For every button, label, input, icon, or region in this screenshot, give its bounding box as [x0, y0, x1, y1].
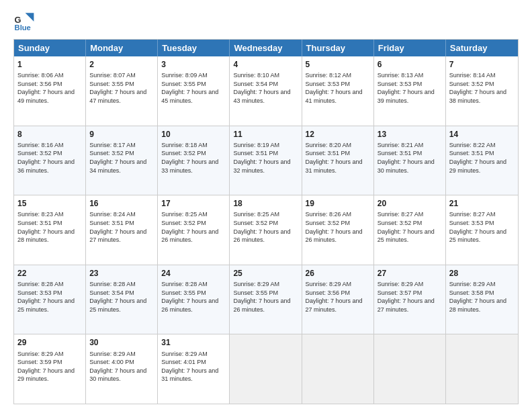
day-number: 19: [306, 198, 370, 209]
calendar-day-8: 8Sunrise: 8:16 AMSunset: 3:52 PMDaylight…: [14, 126, 86, 195]
day-info: Sunrise: 8:28 AMSunset: 3:53 PMDaylight:…: [17, 280, 82, 314]
calendar-page: G Blue SundayMondayTuesdayWednesdayThurs…: [0, 0, 532, 411]
day-info: Sunrise: 8:22 AMSunset: 3:51 PMDaylight:…: [449, 141, 515, 175]
calendar-day-23: 23Sunrise: 8:28 AMSunset: 3:54 PMDayligh…: [86, 265, 158, 334]
calendar-day-7: 7Sunrise: 8:14 AMSunset: 3:52 PMDaylight…: [446, 56, 518, 126]
day-number: 1: [17, 59, 82, 70]
day-number: 14: [449, 129, 515, 140]
calendar-day-20: 20Sunrise: 8:27 AMSunset: 3:52 PMDayligh…: [374, 195, 446, 265]
weekday-header-friday: Friday: [374, 40, 446, 56]
day-number: 10: [161, 129, 226, 140]
day-number: 5: [306, 59, 370, 70]
day-number: 13: [378, 129, 442, 140]
day-number: 23: [89, 268, 154, 279]
calendar-row-2: 8Sunrise: 8:16 AMSunset: 3:52 PMDaylight…: [14, 126, 518, 196]
day-info: Sunrise: 8:29 AMSunset: 3:59 PMDaylight:…: [17, 350, 82, 383]
day-number: 4: [233, 59, 298, 70]
calendar-header: SundayMondayTuesdayWednesdayThursdayFrid…: [14, 40, 518, 56]
calendar-day-19: 19Sunrise: 8:26 AMSunset: 3:52 PMDayligh…: [302, 195, 374, 265]
calendar-day-29: 29Sunrise: 8:29 AMSunset: 3:59 PMDayligh…: [14, 334, 86, 404]
day-info: Sunrise: 8:29 AMSunset: 3:56 PMDaylight:…: [306, 280, 370, 314]
calendar: SundayMondayTuesdayWednesdayThursdayFrid…: [13, 39, 519, 404]
day-number: 8: [17, 129, 82, 140]
weekday-header-monday: Monday: [86, 40, 158, 56]
calendar-day-1: 1Sunrise: 8:06 AMSunset: 3:56 PMDaylight…: [14, 56, 86, 126]
day-info: Sunrise: 8:29 AMSunset: 3:55 PMDaylight:…: [233, 280, 298, 314]
calendar-empty-cell: [230, 334, 302, 404]
weekday-header-thursday: Thursday: [302, 40, 374, 56]
calendar-day-16: 16Sunrise: 8:24 AMSunset: 3:51 PMDayligh…: [86, 195, 158, 265]
calendar-day-12: 12Sunrise: 8:20 AMSunset: 3:51 PMDayligh…: [302, 126, 374, 195]
day-number: 26: [306, 268, 370, 279]
day-info: Sunrise: 8:09 AMSunset: 3:55 PMDaylight:…: [161, 71, 226, 105]
day-number: 12: [306, 129, 370, 140]
day-info: Sunrise: 8:29 AMSunset: 3:58 PMDaylight:…: [449, 280, 515, 314]
weekday-header-saturday: Saturday: [446, 40, 518, 56]
calendar-day-13: 13Sunrise: 8:21 AMSunset: 3:51 PMDayligh…: [374, 126, 446, 195]
weekday-header-sunday: Sunday: [14, 40, 86, 56]
day-info: Sunrise: 8:07 AMSunset: 3:55 PMDaylight:…: [89, 71, 154, 105]
day-info: Sunrise: 8:26 AMSunset: 3:52 PMDaylight:…: [306, 210, 370, 244]
day-info: Sunrise: 8:16 AMSunset: 3:52 PMDaylight:…: [17, 141, 82, 175]
calendar-day-9: 9Sunrise: 8:17 AMSunset: 3:52 PMDaylight…: [86, 126, 158, 195]
day-info: Sunrise: 8:14 AMSunset: 3:52 PMDaylight:…: [449, 71, 515, 105]
day-number: 30: [89, 337, 154, 348]
day-number: 2: [89, 59, 154, 70]
day-info: Sunrise: 8:17 AMSunset: 3:52 PMDaylight:…: [89, 141, 154, 175]
logo: G Blue: [13, 11, 38, 32]
calendar-day-14: 14Sunrise: 8:22 AMSunset: 3:51 PMDayligh…: [446, 126, 518, 195]
day-number: 27: [378, 268, 442, 279]
calendar-day-3: 3Sunrise: 8:09 AMSunset: 3:55 PMDaylight…: [158, 56, 230, 126]
calendar-day-22: 22Sunrise: 8:28 AMSunset: 3:53 PMDayligh…: [14, 265, 86, 334]
calendar-day-6: 6Sunrise: 8:13 AMSunset: 3:53 PMDaylight…: [374, 56, 446, 126]
calendar-day-28: 28Sunrise: 8:29 AMSunset: 3:58 PMDayligh…: [446, 265, 518, 334]
calendar-day-18: 18Sunrise: 8:25 AMSunset: 3:52 PMDayligh…: [230, 195, 302, 265]
day-number: 16: [89, 198, 154, 209]
calendar-day-21: 21Sunrise: 8:27 AMSunset: 3:53 PMDayligh…: [446, 195, 518, 265]
calendar-day-5: 5Sunrise: 8:12 AMSunset: 3:53 PMDaylight…: [302, 56, 374, 126]
day-info: Sunrise: 8:29 AMSunset: 3:57 PMDaylight:…: [378, 280, 442, 314]
calendar-day-10: 10Sunrise: 8:18 AMSunset: 3:52 PMDayligh…: [158, 126, 230, 195]
day-number: 18: [233, 198, 298, 209]
calendar-day-26: 26Sunrise: 8:29 AMSunset: 3:56 PMDayligh…: [302, 265, 374, 334]
calendar-empty-cell: [302, 334, 374, 404]
calendar-day-4: 4Sunrise: 8:10 AMSunset: 3:54 PMDaylight…: [230, 56, 302, 126]
day-number: 31: [161, 337, 226, 348]
day-info: Sunrise: 8:25 AMSunset: 3:52 PMDaylight:…: [161, 210, 226, 244]
day-number: 15: [17, 198, 82, 209]
day-info: Sunrise: 8:13 AMSunset: 3:53 PMDaylight:…: [378, 71, 442, 105]
calendar-day-17: 17Sunrise: 8:25 AMSunset: 3:52 PMDayligh…: [158, 195, 230, 265]
day-number: 7: [449, 59, 515, 70]
header: G Blue: [13, 11, 519, 32]
calendar-day-24: 24Sunrise: 8:28 AMSunset: 3:55 PMDayligh…: [158, 265, 230, 334]
day-info: Sunrise: 8:27 AMSunset: 3:52 PMDaylight:…: [378, 210, 442, 244]
weekday-header-tuesday: Tuesday: [158, 40, 230, 56]
day-info: Sunrise: 8:21 AMSunset: 3:51 PMDaylight:…: [378, 141, 442, 175]
day-info: Sunrise: 8:28 AMSunset: 3:54 PMDaylight:…: [89, 280, 154, 314]
day-number: 9: [89, 129, 154, 140]
day-info: Sunrise: 8:18 AMSunset: 3:52 PMDaylight:…: [161, 141, 226, 175]
day-number: 28: [449, 268, 515, 279]
svg-text:Blue: Blue: [15, 24, 31, 32]
calendar-day-15: 15Sunrise: 8:23 AMSunset: 3:51 PMDayligh…: [14, 195, 86, 265]
logo-icon: G Blue: [13, 11, 35, 32]
day-info: Sunrise: 8:24 AMSunset: 3:51 PMDaylight:…: [89, 210, 154, 244]
day-number: 20: [378, 198, 442, 209]
day-number: 17: [161, 198, 226, 209]
day-info: Sunrise: 8:25 AMSunset: 3:52 PMDaylight:…: [233, 210, 298, 244]
day-number: 25: [233, 268, 298, 279]
day-info: Sunrise: 8:23 AMSunset: 3:51 PMDaylight:…: [17, 210, 82, 244]
day-number: 11: [233, 129, 298, 140]
calendar-day-11: 11Sunrise: 8:19 AMSunset: 3:51 PMDayligh…: [230, 126, 302, 195]
day-info: Sunrise: 8:27 AMSunset: 3:53 PMDaylight:…: [449, 210, 515, 244]
day-number: 29: [17, 337, 82, 348]
day-number: 3: [161, 59, 226, 70]
calendar-empty-cell: [446, 334, 518, 404]
day-info: Sunrise: 8:29 AMSunset: 4:00 PMDaylight:…: [89, 350, 154, 383]
calendar-row-1: 1Sunrise: 8:06 AMSunset: 3:56 PMDaylight…: [14, 56, 518, 126]
day-number: 21: [449, 198, 515, 209]
day-number: 6: [378, 59, 442, 70]
calendar-day-27: 27Sunrise: 8:29 AMSunset: 3:57 PMDayligh…: [374, 265, 446, 334]
day-info: Sunrise: 8:28 AMSunset: 3:55 PMDaylight:…: [161, 280, 226, 314]
day-info: Sunrise: 8:06 AMSunset: 3:56 PMDaylight:…: [17, 71, 82, 105]
